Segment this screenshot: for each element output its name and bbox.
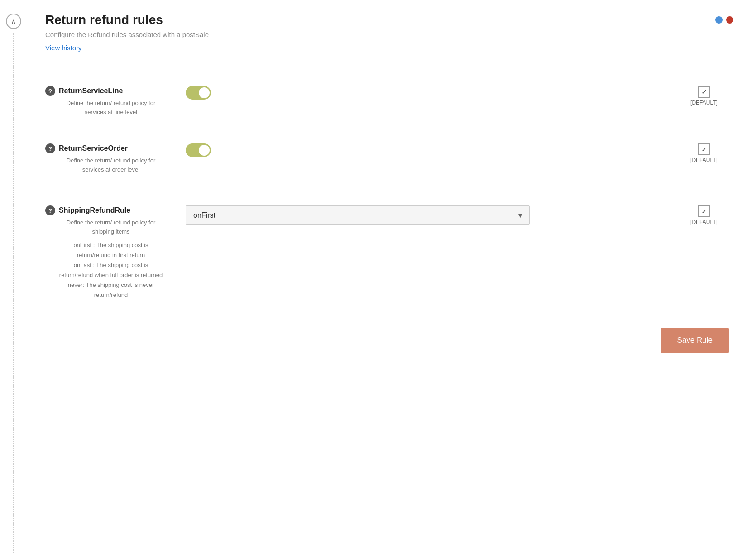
toggle-slider-1 xyxy=(186,86,211,100)
blue-status-dot xyxy=(715,16,723,24)
rule-default-3: ✓ [DEFAULT] xyxy=(679,205,733,225)
main-content: Return refund rules Configure the Refund… xyxy=(27,0,756,553)
rule-default-1: ✓ [DEFAULT] xyxy=(679,86,733,106)
help-icon-3[interactable]: ? xyxy=(45,205,55,215)
checkmark-3: ✓ xyxy=(701,207,707,216)
rule-title-row-1: ? ReturnServiceLine xyxy=(45,86,163,96)
rule-description-extra-3: onFirst : The shipping cost is return/re… xyxy=(45,240,163,300)
help-icon-2[interactable]: ? xyxy=(45,143,55,153)
default-label-2: [DEFAULT] xyxy=(690,157,718,163)
left-sidebar: ∧ xyxy=(0,0,27,553)
rule-label-section-2: ? ReturnServiceOrder Define the return/ … xyxy=(45,143,172,174)
rule-label-section-3: ? ShippingRefundRule Define the return/ … xyxy=(45,205,172,300)
page-wrapper: ∧ Return refund rules Configure the Refu… xyxy=(0,0,756,553)
rule-title-row-2: ? ReturnServiceOrder xyxy=(45,143,163,153)
rule-row-return-service-order: ? ReturnServiceOrder Define the return/ … xyxy=(45,134,733,183)
toggle-slider-2 xyxy=(186,143,211,157)
checkmark-2: ✓ xyxy=(701,145,707,154)
default-checkbox-1[interactable]: ✓ xyxy=(698,86,710,98)
toggle-switch-2[interactable] xyxy=(186,143,211,157)
rule-control-1 xyxy=(172,86,679,100)
default-label-1: [DEFAULT] xyxy=(690,100,718,106)
rule-name-2: ReturnServiceOrder xyxy=(59,144,128,153)
page-title: Return refund rules xyxy=(45,13,715,27)
page-subtitle: Configure the Refund rules associated wi… xyxy=(45,31,715,38)
rule-control-3: onFirst onLast never ▼ xyxy=(172,205,679,225)
red-status-dot xyxy=(726,16,733,24)
checkmark-1: ✓ xyxy=(701,88,707,96)
save-rule-button[interactable]: Save Rule xyxy=(661,328,729,353)
default-label-3: [DEFAULT] xyxy=(690,219,718,225)
rule-description-3: Define the return/ refund policy for shi… xyxy=(45,218,163,236)
header-dots xyxy=(715,16,733,24)
toggle-switch-1[interactable] xyxy=(186,86,211,100)
section-divider xyxy=(45,63,733,63)
collapse-button[interactable]: ∧ xyxy=(6,14,21,29)
rule-row-return-service-line: ? ReturnServiceLine Define the return/ r… xyxy=(45,77,733,125)
rule-row-shipping-refund: ? ShippingRefundRule Define the return/ … xyxy=(45,196,733,310)
rule-label-section-1: ? ReturnServiceLine Define the return/ r… xyxy=(45,86,172,116)
header-row: Return refund rules Configure the Refund… xyxy=(45,13,733,52)
default-checkbox-3[interactable]: ✓ xyxy=(698,205,710,217)
rule-description-1: Define the return/ refund policy for ser… xyxy=(45,99,163,116)
rule-name-1: ReturnServiceLine xyxy=(59,87,123,95)
rule-title-row-3: ? ShippingRefundRule xyxy=(45,205,163,215)
shipping-refund-dropdown[interactable]: onFirst onLast never xyxy=(186,205,530,225)
rule-name-3: ShippingRefundRule xyxy=(59,206,130,215)
view-history-link[interactable]: View history xyxy=(45,44,82,52)
rule-description-2: Define the return/ refund policy for ser… xyxy=(45,156,163,174)
save-btn-row: Save Rule xyxy=(45,328,733,353)
rules-container: ? ReturnServiceLine Define the return/ r… xyxy=(45,77,733,310)
rule-default-2: ✓ [DEFAULT] xyxy=(679,143,733,163)
rule-control-2 xyxy=(172,143,679,157)
default-checkbox-2[interactable]: ✓ xyxy=(698,143,710,155)
dropdown-wrapper-3: onFirst onLast never ▼ xyxy=(186,205,530,225)
collapse-icon: ∧ xyxy=(11,17,16,26)
help-icon-1[interactable]: ? xyxy=(45,86,55,96)
title-section: Return refund rules Configure the Refund… xyxy=(45,13,715,52)
